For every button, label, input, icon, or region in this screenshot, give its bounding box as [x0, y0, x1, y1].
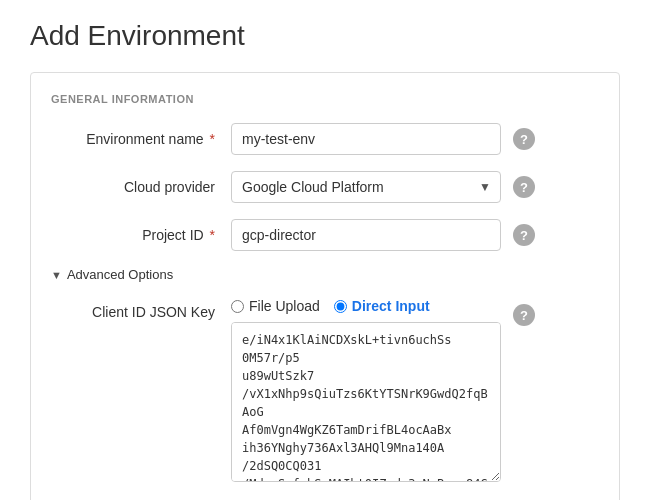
advanced-options-toggle[interactable]: ▼ Advanced Options [51, 267, 599, 282]
project-id-label: Project ID * [51, 227, 231, 243]
env-name-input[interactable] [231, 123, 501, 155]
file-upload-radio[interactable] [231, 300, 244, 313]
json-key-input-type-group: File Upload Direct Input [231, 298, 501, 314]
client-id-row: Client ID JSON Key File Upload Direct In… [51, 298, 599, 482]
env-name-required: * [210, 131, 215, 147]
project-id-row: Project ID * ? [51, 219, 599, 251]
client-id-help-icon[interactable]: ? [513, 304, 535, 326]
json-key-textarea[interactable]: e/iN4x1KlAiNCDXskL+tivn6uchSs 0M57r/p5 u… [231, 322, 501, 482]
env-name-help-icon[interactable]: ? [513, 128, 535, 150]
page-title: Add Environment [30, 20, 620, 52]
advanced-options-arrow: ▼ [51, 269, 62, 281]
project-id-required: * [210, 227, 215, 243]
cloud-provider-row: Cloud provider Google Cloud Platform Ama… [51, 171, 599, 203]
cloud-provider-select-wrapper: Google Cloud Platform Amazon Web Service… [231, 171, 501, 203]
file-upload-radio-label[interactable]: File Upload [231, 298, 320, 314]
general-information-section: GENERAL INFORMATION Environment name * ?… [30, 72, 620, 500]
env-name-label: Environment name * [51, 131, 231, 147]
env-name-row: Environment name * ? [51, 123, 599, 155]
direct-input-label: Direct Input [352, 298, 430, 314]
cloud-provider-label: Cloud provider [51, 179, 231, 195]
file-upload-label: File Upload [249, 298, 320, 314]
client-id-label: Client ID JSON Key [51, 298, 231, 320]
direct-input-radio[interactable] [334, 300, 347, 313]
direct-input-radio-label[interactable]: Direct Input [334, 298, 430, 314]
cloud-provider-help-icon[interactable]: ? [513, 176, 535, 198]
project-id-help-icon[interactable]: ? [513, 224, 535, 246]
advanced-options-label: Advanced Options [67, 267, 173, 282]
project-id-input[interactable] [231, 219, 501, 251]
section-label: GENERAL INFORMATION [51, 93, 599, 105]
cloud-provider-select[interactable]: Google Cloud Platform Amazon Web Service… [231, 171, 501, 203]
